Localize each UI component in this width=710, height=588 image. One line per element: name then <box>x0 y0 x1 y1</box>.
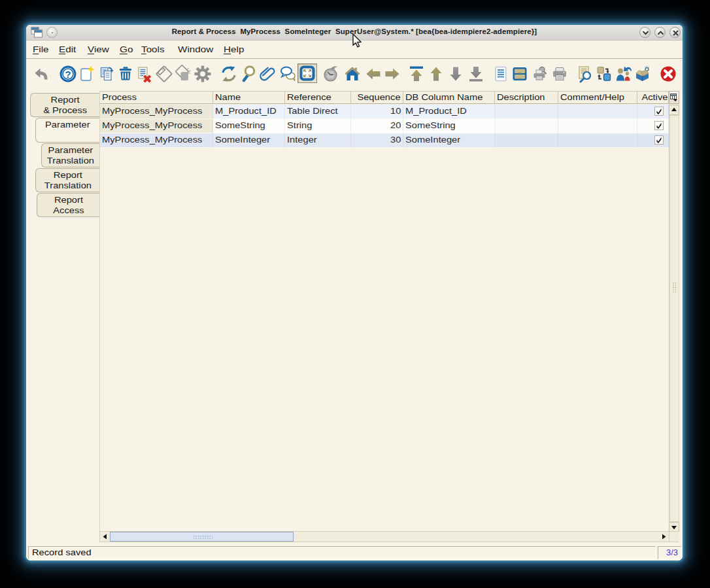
svg-text:?: ? <box>65 69 71 80</box>
